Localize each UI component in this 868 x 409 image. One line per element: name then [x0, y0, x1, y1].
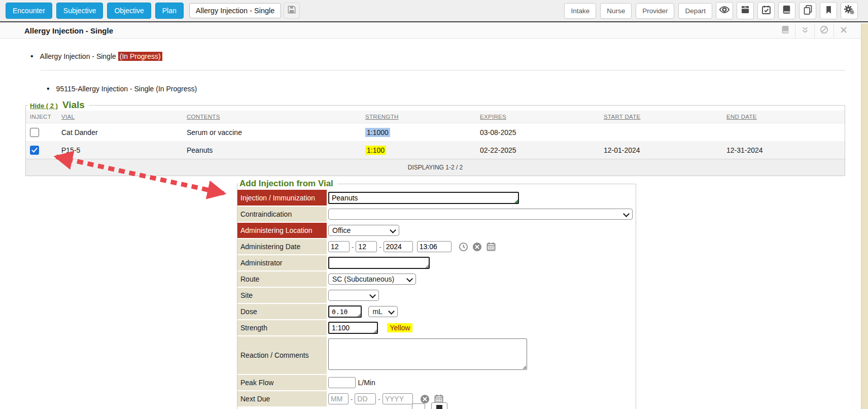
status-bullet-procedure: • 95115-Allergy Injection - Single (In P…: [47, 84, 197, 93]
admin-time-input[interactable]: [417, 241, 452, 252]
clear-date-icon[interactable]: [472, 242, 482, 252]
vial-strength: 1:1000: [365, 128, 390, 137]
bottom-save-button[interactable]: [431, 402, 447, 409]
vial-contents: Serum or vaccine: [183, 123, 361, 142]
route-select[interactable]: SC (Subcutaneous): [328, 274, 416, 285]
resize-grip[interactable]: [373, 329, 377, 333]
add-injection-section: Add Injection from Vial Injection / Immu…: [237, 179, 636, 409]
form-row-injection: Injection / Immunization: [237, 190, 636, 206]
template-name-box[interactable]: Allergy Injection - Single: [189, 3, 282, 18]
clear-date-icon[interactable]: [420, 394, 430, 404]
peak-flow-unit: L/Min: [358, 379, 375, 387]
settings-button[interactable]: [841, 2, 858, 19]
encounter-button[interactable]: Encounter: [6, 3, 52, 19]
form-row-route: Route SC (Subcutaneous): [237, 271, 636, 287]
dose-unit-select[interactable]: mL: [368, 306, 398, 317]
page-title: Allergy Injection - Single: [0, 26, 113, 35]
col-expires[interactable]: EXPIRES: [476, 111, 600, 123]
inject-checkbox[interactable]: [30, 128, 39, 137]
vial-strength: 1:100: [365, 146, 386, 155]
plan-button[interactable]: Plan: [155, 3, 184, 19]
floppy-disk-icon: [436, 405, 442, 409]
copy-button[interactable]: [799, 2, 816, 19]
panel-disable-button[interactable]: [814, 23, 834, 38]
table-row-p15-5: P15-5 Peanuts 1:100 02-22-2025 12-01-202…: [26, 141, 845, 159]
site-select[interactable]: [328, 290, 379, 301]
book-icon: [781, 25, 790, 37]
eye-button[interactable]: [716, 2, 733, 19]
bullet-dot: •: [47, 84, 50, 93]
peak-flow-input[interactable]: [328, 377, 356, 388]
resize-grip[interactable]: [514, 199, 518, 203]
scrollbar-track[interactable]: [861, 23, 868, 409]
col-strength[interactable]: STRENGTH: [361, 111, 476, 123]
calendar-icon[interactable]: [486, 242, 496, 252]
next-due-year-input[interactable]: [383, 393, 413, 404]
strength-input[interactable]: [328, 322, 378, 334]
contraindication-select[interactable]: [328, 209, 633, 220]
archive-box-icon: [740, 5, 750, 17]
resize-grip[interactable]: [523, 365, 526, 369]
objective-button[interactable]: Objective: [107, 3, 151, 19]
col-inject: INJECT: [26, 111, 57, 123]
status-bullet-template: • Allergy Injection - Single (In Progres…: [30, 52, 162, 61]
vials-section: Hide ( 2 ) Vials INJECT VIAL CONTENTS ST…: [25, 99, 845, 176]
strength-label: Strength: [237, 320, 327, 336]
col-start-date[interactable]: START DATE: [600, 111, 722, 123]
next-due-month-input[interactable]: [328, 393, 349, 404]
vial-start-date: 12-01-2024: [600, 141, 722, 159]
provider-button[interactable]: Provider: [636, 3, 674, 19]
next-due-day-input[interactable]: [355, 393, 376, 404]
vial-name: Cat Dander: [57, 123, 183, 142]
resize-grip[interactable]: [425, 264, 429, 268]
vial-expires: 03-08-2025: [476, 123, 600, 142]
nurse-button[interactable]: Nurse: [600, 3, 632, 19]
admin-date-month-input[interactable]: [328, 241, 350, 252]
admin-date-day-input[interactable]: [356, 241, 377, 252]
vial-end-date: [722, 123, 845, 142]
administering-location-select[interactable]: Office: [328, 225, 399, 236]
chart-book-button[interactable]: [778, 2, 795, 19]
table-pagination-status: DISPLAYING 1-2 / 2: [26, 159, 845, 176]
eye-icon: [719, 4, 730, 17]
panel-book-button[interactable]: [776, 23, 795, 38]
subjective-button[interactable]: Subjective: [56, 3, 103, 19]
close-icon: [840, 26, 848, 36]
form-row-location: Administering Location Office: [237, 222, 636, 238]
depart-button[interactable]: Depart: [678, 3, 712, 19]
col-vial[interactable]: VIAL: [57, 111, 183, 123]
copy-pages-icon: [803, 5, 813, 17]
admin-date-year-input[interactable]: [384, 241, 413, 252]
vial-end-date: 12-31-2024: [722, 141, 845, 159]
administrator-input[interactable]: [328, 257, 430, 269]
vial-expires: 02-22-2025: [476, 141, 600, 159]
vial-contents: Peanuts: [183, 141, 361, 159]
injection-immunization-label: Injection / Immunization: [237, 190, 327, 206]
hide-vials-link[interactable]: Hide ( 2 ): [30, 102, 58, 110]
form-row-reaction: Reaction / Comments: [237, 336, 636, 374]
book-icon: [782, 5, 792, 17]
floppy-disk-icon: [287, 5, 297, 17]
reaction-comments-label: Reaction / Comments: [237, 336, 327, 374]
bookmark-button[interactable]: [820, 2, 837, 19]
archive-button[interactable]: [737, 2, 754, 19]
clock-icon[interactable]: [459, 242, 468, 252]
inject-checkbox[interactable]: [30, 146, 39, 155]
vial-start-date: [600, 123, 722, 142]
vials-table: INJECT VIAL CONTENTS STRENGTH EXPIRES ST…: [26, 111, 845, 159]
bottom-action-button[interactable]: [412, 403, 425, 409]
col-contents[interactable]: CONTENTS: [183, 111, 361, 123]
panel-close-button[interactable]: [834, 23, 853, 38]
form-row-site: Site: [237, 287, 636, 303]
resize-grip[interactable]: [357, 313, 361, 317]
dose-label: Dose: [237, 303, 327, 320]
administering-date-label: Administering Date: [237, 238, 327, 255]
save-template-button[interactable]: [284, 3, 300, 19]
panel-collapse-button[interactable]: [795, 23, 814, 38]
col-end-date[interactable]: END DATE: [722, 111, 845, 123]
reaction-comments-textarea[interactable]: [328, 338, 527, 370]
injection-immunization-input[interactable]: [328, 192, 519, 204]
schedule-button[interactable]: [757, 2, 775, 19]
vials-section-title: Vials: [62, 99, 85, 111]
intake-button[interactable]: Intake: [564, 3, 596, 19]
